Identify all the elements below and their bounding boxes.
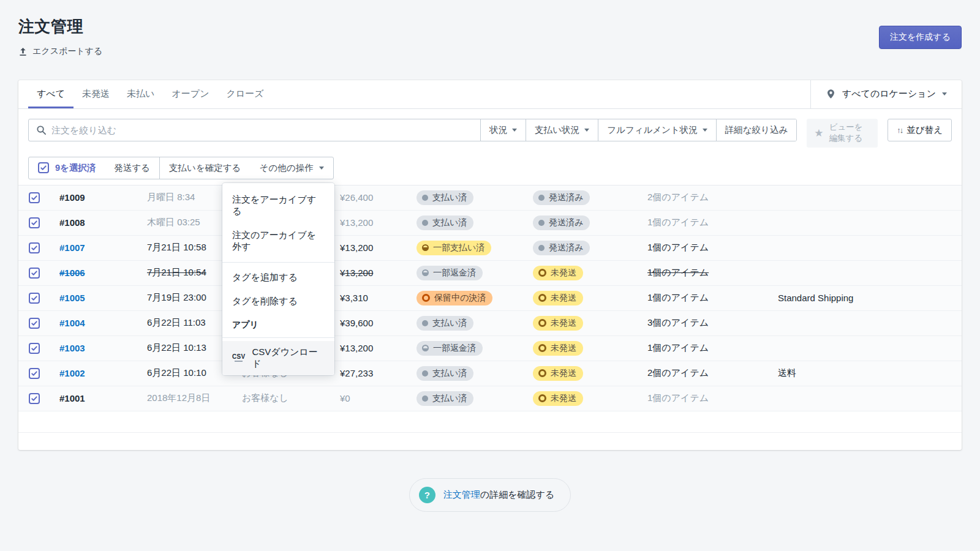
tab-unfulfilled[interactable]: 未発送 [74,80,118,108]
order-items-count: 1個のアイテム [647,292,778,304]
row-checkbox[interactable] [29,242,40,253]
search-icon [36,125,47,135]
search-box [29,119,480,141]
status-pip-icon [422,370,428,377]
more-actions-popover: 注文をアーカイブする注文のアーカイブを外すタグを追加するタグを削除する アプリ … [222,183,334,375]
fulfillment-status-badge: 発送済み [533,241,590,255]
more-filters-button[interactable]: 詳細な絞り込み [716,119,797,141]
order-items-count: 2個のアイテム [647,192,778,203]
order-total: ¥13,200 [340,268,417,278]
sort-button[interactable]: ↑↓ 並び替え [888,119,952,141]
table-row[interactable]: #1005 7月19日 23:00 ¥3,310 保留中の決済 未発送 1個のア… [18,286,962,311]
row-checkbox[interactable] [29,393,40,404]
order-total: ¥27,233 [340,368,417,378]
menu-item-archive-orders[interactable]: 注文をアーカイブする [222,188,334,223]
search-input[interactable] [51,125,480,135]
menu-item-remove-tags[interactable]: タグを削除する [222,290,334,313]
tab-closed[interactable]: クローズ [217,80,272,108]
bulk-fulfill-button[interactable]: 発送する [105,157,159,179]
filter-status-button[interactable]: 状況 [480,119,526,141]
order-items-count: 1個のアイテム [647,392,778,404]
export-button[interactable]: エクスポートする [18,46,102,57]
help-link[interactable]: 注文管理 [443,489,480,500]
order-number-link[interactable]: #1003 [59,343,85,353]
order-number-link[interactable]: #1004 [59,318,85,328]
fulfillment-status-badge: 発送済み [533,216,590,230]
table-row[interactable]: #1007 7月21日 10:58 ¥13,200 一部支払い済 発送済み 1個… [18,236,962,261]
order-customer: お客様なし [242,392,340,404]
table-row[interactable]: #1008 木曜日 03:25 ¥13,200 支払い済 発送済み 1個のアイテ… [18,211,962,236]
order-delivery-method: Standard Shipping [778,293,962,303]
tab-all[interactable]: すべて [28,80,74,108]
order-number-link[interactable]: #1008 [59,217,85,228]
table-row[interactable]: #1009 月曜日 8:34 ¥26,400 支払い済 発送済み 2個のアイテム [18,186,962,211]
row-checkbox[interactable] [29,318,40,329]
location-selector[interactable]: すべてのロケーション [810,80,962,108]
bulk-capture-payment-button[interactable]: 支払いを確定する [159,157,250,179]
order-items-count: 1個のアイテム [647,217,778,228]
status-pip-icon [538,294,546,302]
export-icon [18,47,28,56]
status-pip-icon [538,369,546,377]
export-label: エクスポートする [32,46,102,57]
status-pip-icon [538,195,545,201]
order-total: ¥3,310 [340,293,417,303]
order-number-link[interactable]: #1007 [59,242,85,253]
bulk-select-checkbox[interactable] [38,162,49,173]
chevron-down-icon [319,167,324,172]
filter-payment-status-button[interactable]: 支払い状況 [526,119,598,141]
status-pip-icon [538,394,546,402]
row-checkbox[interactable] [29,343,40,354]
payment-status-badge: 支払い済 [417,366,473,381]
menu-item-add-tags[interactable]: タグを追加する [222,266,334,290]
order-total: ¥13,200 [340,217,417,228]
menu-item-csv-download[interactable]: CSV CSVダウンロード [222,341,334,375]
table-row[interactable]: #1001 2018年12月8日 お客様なし ¥0 支払い済 未発送 1個のアイ… [18,386,962,411]
edit-view-button[interactable]: ★ ビューを編集する [807,119,878,148]
fulfillment-status-badge: 未発送 [533,316,583,331]
order-number-link[interactable]: #1001 [59,393,85,403]
payment-status-badge: 一部返金済 [417,341,483,356]
table-row[interactable]: #1002 6月22日 10:10 お客様なし ¥27,233 支払い済 未発送… [18,361,962,386]
status-pip-icon [538,269,546,277]
fulfillment-status-badge: 未発送 [533,291,583,305]
star-icon: ★ [814,128,823,138]
status-pip-icon [422,220,428,226]
chevron-down-icon [942,92,947,98]
filter-fulfillment-status-button[interactable]: フルフィルメント状況 [598,119,716,141]
orders-table: #1009 月曜日 8:34 ¥26,400 支払い済 発送済み 2個のアイテム… [18,185,962,411]
status-pip-icon [422,395,428,402]
row-checkbox[interactable] [29,293,40,304]
row-checkbox[interactable] [29,368,40,379]
order-number-link[interactable]: #1005 [59,293,85,303]
more-actions-button[interactable]: その他の操作 [250,157,333,179]
filter-control: 状況支払い状況フルフィルメント状況 詳細な絞り込み [28,119,797,141]
tab-open[interactable]: オープン [163,80,217,108]
table-row[interactable]: #1006 7月21日 10:54 ¥13,200 一部返金済 未発送 1個のア… [18,261,962,286]
menu-item-unarchive-orders[interactable]: 注文のアーカイブを外す [222,223,334,259]
order-number-link[interactable]: #1009 [59,192,85,203]
order-total: ¥0 [340,393,417,403]
row-checkbox[interactable] [29,192,40,203]
sort-arrows-icon: ↑↓ [897,126,902,135]
tab-unpaid[interactable]: 未払い [118,80,163,108]
order-date: 2018年12月8日 [147,392,242,404]
create-order-button[interactable]: 注文を作成する [879,26,962,49]
csv-download-label: CSVダウンロード [252,347,325,370]
order-total: ¥13,200 [340,343,417,353]
table-row[interactable]: #1003 6月22日 10:13 お客様なし ¥13,200 一部返金済 未発… [18,336,962,361]
order-number-link[interactable]: #1002 [59,368,85,378]
order-items-count: 1個のアイテム [647,342,778,354]
fulfillment-status-badge: 未発送 [533,366,583,381]
order-number-link[interactable]: #1006 [59,268,85,278]
status-pip-icon [538,344,546,352]
payment-status-badge: 支払い済 [417,216,473,230]
row-checkbox[interactable] [29,217,40,228]
edit-view-label: ビューを編集する [829,122,867,143]
order-total: ¥39,600 [340,318,417,328]
row-checkbox[interactable] [29,268,40,279]
help-icon: ? [419,487,435,503]
table-row[interactable]: #1004 6月22日 11:03 ¥39,600 支払い済 未発送 3個のアイ… [18,311,962,336]
status-pip-icon [538,245,545,251]
popover-section-title-apps: アプリ [222,313,334,334]
